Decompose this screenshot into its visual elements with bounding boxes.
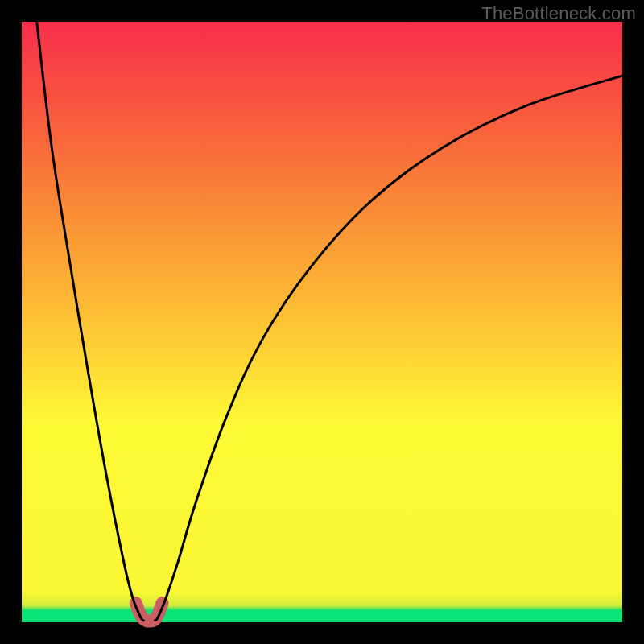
curve-right-branch <box>155 76 622 621</box>
curve-left-branch <box>37 22 144 621</box>
watermark-text: TheBottleneck.com <box>481 3 636 24</box>
curve-layer <box>22 22 622 622</box>
plot-area <box>22 22 622 622</box>
chart-frame: TheBottleneck.com <box>0 0 644 644</box>
